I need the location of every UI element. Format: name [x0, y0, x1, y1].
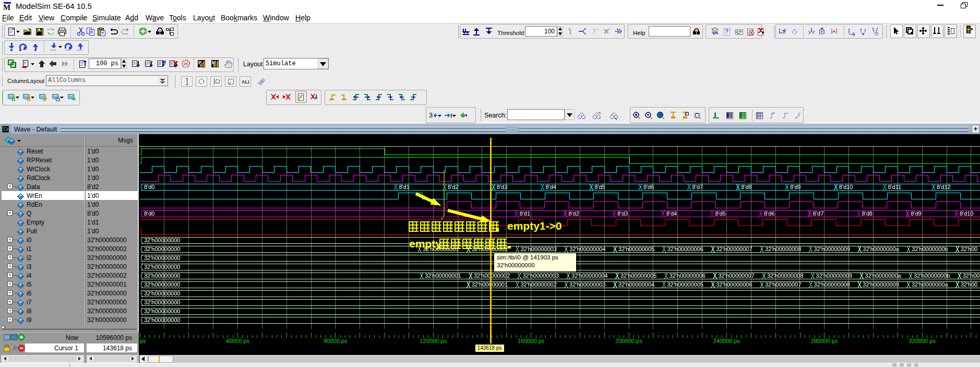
- svg-text:32'h00000005: 32'h00000005: [667, 281, 703, 288]
- svg-text:80000 ps: 80000 ps: [324, 338, 348, 344]
- svg-text:32'h00000008: 32'h00000008: [814, 281, 850, 288]
- svg-text:32'h00000007: 32'h00000007: [765, 281, 801, 288]
- svg-text:32'h00: 32'h00: [961, 281, 978, 288]
- svg-text:120000 ps: 120000 ps: [420, 338, 447, 344]
- svg-text:32'h00000009: 32'h00000009: [814, 246, 850, 252]
- svg-text:8'd2: 8'd2: [568, 210, 579, 217]
- svg-text:32'h00000000: 32'h00000000: [144, 299, 180, 305]
- svg-text:32'h00000005: 32'h00000005: [618, 246, 654, 252]
- svg-text:32'h00000004: 32'h00000004: [569, 246, 605, 252]
- svg-text:8'd8: 8'd8: [862, 210, 873, 217]
- svg-text:32'h00000008: 32'h00000008: [767, 273, 803, 279]
- svg-text:32'h00000006: 32'h00000006: [670, 273, 706, 279]
- svg-text:32'h0000000a: 32'h0000000a: [865, 273, 901, 279]
- svg-text:32'h00: 32'h00: [961, 246, 978, 252]
- svg-text:8'd11: 8'd11: [888, 184, 901, 190]
- svg-text:?: ?: [725, 28, 728, 35]
- svg-text:32'h00000000: 32'h00000000: [144, 281, 180, 288]
- svg-text:32'h0000000a: 32'h0000000a: [912, 281, 948, 288]
- svg-text:8'd3: 8'd3: [497, 184, 507, 190]
- svg-text:?: ?: [695, 27, 698, 33]
- svg-text:32'h0000000b: 32'h0000000b: [914, 273, 950, 279]
- svg-text:32'h00000003: 32'h00000003: [520, 246, 556, 252]
- svg-text:8'd10: 8'd10: [960, 210, 974, 217]
- svg-text:32'h00000000: 32'h00000000: [144, 308, 180, 314]
- svg-text:32'h00000000: 32'h00000000: [144, 290, 180, 297]
- svg-text:32'h00000009: 32'h00000009: [863, 281, 899, 288]
- svg-text:32'h00000003: 32'h00000003: [569, 281, 605, 288]
- svg-text:32'h00: 32'h00: [963, 273, 980, 279]
- svg-text:8'd7: 8'd7: [813, 210, 823, 217]
- svg-text:280000 ps: 280000 ps: [811, 338, 838, 344]
- svg-text:160000 ps: 160000 ps: [518, 338, 545, 344]
- svg-text:32'h00000004: 32'h00000004: [571, 273, 607, 279]
- svg-text:8'd6: 8'd6: [643, 184, 654, 190]
- svg-text:8'd4: 8'd4: [546, 184, 556, 190]
- svg-text:32'h00000001: 32'h00000001: [425, 273, 461, 279]
- svg-text:?: ?: [592, 28, 595, 35]
- svg-text:8'd5: 8'd5: [594, 184, 605, 190]
- svg-text:32'h00000007: 32'h00000007: [718, 273, 754, 279]
- svg-text:32'h00000007: 32'h00000007: [716, 246, 752, 252]
- svg-text:M: M: [3, 3, 10, 10]
- svg-text:8'd1: 8'd1: [399, 184, 409, 190]
- svg-text:32'h00000000: 32'h00000000: [144, 255, 180, 261]
- svg-text:32'h00000003: 32'h00000003: [522, 273, 558, 279]
- svg-text:8'd2: 8'd2: [448, 184, 458, 190]
- svg-text:32'h00000000: 32'h00000000: [144, 237, 180, 243]
- svg-text:40000 ps: 40000 ps: [226, 338, 250, 344]
- svg-text:32'h00000005: 32'h00000005: [620, 273, 656, 279]
- svg-text:32'h00000006: 32'h00000006: [667, 246, 703, 252]
- svg-text:32'h00000000: 32'h00000000: [144, 246, 180, 252]
- svg-text:200000 ps: 200000 ps: [615, 338, 642, 344]
- svg-text:8'd0: 8'd0: [144, 210, 154, 217]
- svg-text:32'h00000002: 32'h00000002: [474, 273, 510, 279]
- svg-text:143618 ps: 143618 ps: [477, 345, 502, 351]
- svg-text:32'h00000000: 32'h00000000: [144, 273, 180, 279]
- svg-text:32'h0000000b: 32'h0000000b: [912, 246, 948, 252]
- svg-text:8'd4: 8'd4: [666, 210, 677, 217]
- svg-text:8'd7: 8'd7: [692, 184, 703, 190]
- svg-text:8'd10: 8'd10: [839, 184, 853, 190]
- svg-text:sim:/tb/i0 @ 141903 ps: sim:/tb/i0 @ 141903 ps: [497, 254, 558, 261]
- svg-text:32'h00000000: 32'h00000000: [497, 262, 535, 268]
- svg-text:240000 ps: 240000 ps: [713, 338, 740, 344]
- svg-text:32'h0000000a: 32'h0000000a: [863, 246, 899, 252]
- svg-text:8'd1: 8'd1: [520, 210, 530, 217]
- svg-text:8'd6: 8'd6: [764, 210, 774, 217]
- svg-text:8'd9: 8'd9: [911, 210, 921, 217]
- svg-text:ps: ps: [140, 338, 146, 344]
- svg-text:320000 ps: 320000 ps: [909, 338, 936, 344]
- svg-text:32'h00000000: 32'h00000000: [144, 264, 180, 270]
- svg-text:32'h00000000: 32'h00000000: [144, 317, 180, 323]
- svg-text:8'd3: 8'd3: [617, 210, 628, 217]
- svg-text:ALL: ALL: [242, 79, 249, 85]
- svg-text:3: 3: [429, 111, 433, 119]
- svg-text:32'h00000009: 32'h00000009: [816, 273, 852, 279]
- svg-text:8'd8: 8'd8: [741, 184, 751, 190]
- svg-text:32'h00000001: 32'h00000001: [472, 281, 508, 288]
- svg-text:8'd0: 8'd0: [144, 184, 154, 190]
- svg-text:32'h00000002: 32'h00000002: [520, 281, 556, 288]
- svg-text:32'h00000008: 32'h00000008: [765, 246, 801, 252]
- svg-text:8'd12: 8'd12: [937, 184, 951, 190]
- svg-text:32'h00000004: 32'h00000004: [618, 281, 654, 288]
- svg-text:32'h00000006: 32'h00000006: [716, 281, 752, 288]
- svg-text:8'd5: 8'd5: [715, 210, 725, 217]
- svg-text:8'd9: 8'd9: [790, 184, 800, 190]
